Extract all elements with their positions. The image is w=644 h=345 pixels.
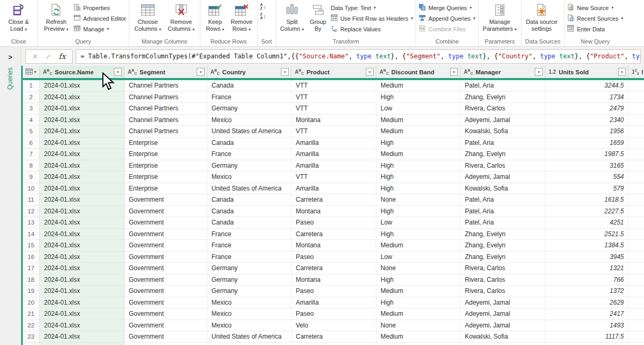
table-cell[interactable]: 2024-01.xlsx (40, 103, 125, 115)
manage-parameters-button[interactable]: Manage Parameters ▾ (481, 2, 518, 32)
table-cell[interactable]: 2024-01.xlsx (40, 217, 125, 229)
table-cell[interactable]: Government (125, 308, 207, 320)
table-cell[interactable] (629, 240, 644, 252)
table-cell[interactable]: High (376, 343, 461, 345)
row-number[interactable]: 21 (23, 308, 40, 320)
table-cell[interactable]: 2024-01.xlsx (40, 80, 125, 92)
enter-data-button[interactable]: Enter Data (567, 24, 623, 33)
table-cell[interactable]: Amarilla (292, 160, 376, 172)
row-number[interactable]: 1 (23, 80, 40, 92)
row-number[interactable]: 15 (23, 240, 40, 252)
table-cell[interactable]: 1321 (545, 263, 629, 274)
table-cell[interactable]: Paseo (292, 286, 376, 297)
table-cell[interactable]: Canada (207, 217, 292, 229)
table-cell[interactable]: Zhang, Evelyn (461, 92, 545, 104)
filter-button[interactable]: ▾ (197, 68, 205, 76)
table-cell[interactable]: 766 (545, 274, 629, 286)
formula-input[interactable]: = Table.TransformColumnTypes(#"Expanded … (76, 49, 641, 64)
table-cell[interactable]: 2024-01.xlsx (40, 160, 125, 172)
table-cell[interactable]: Paseo (292, 217, 376, 229)
table-cell[interactable]: 2417 (545, 308, 629, 320)
table-cell[interactable]: 3244.5 (545, 80, 629, 92)
queries-pane-label[interactable]: Queries (7, 67, 14, 90)
table-cell[interactable]: Germany (207, 263, 292, 274)
row-number[interactable]: 18 (23, 274, 40, 286)
table-cell[interactable]: Adeyemi, Jamal (461, 115, 545, 126)
table-cell[interactable]: Medium (376, 331, 461, 343)
row-number[interactable]: 13 (23, 217, 40, 229)
row-number[interactable]: 7 (23, 149, 40, 160)
table-cell[interactable]: High (376, 183, 461, 195)
table-cell[interactable]: Mexico (207, 115, 292, 126)
row-number[interactable]: 12 (23, 206, 40, 218)
table-cell[interactable]: Enterprise (125, 137, 207, 149)
table-cell[interactable] (629, 320, 644, 332)
table-cell[interactable]: Rivera, Carlos (461, 160, 545, 172)
table-cell[interactable]: United States of America (207, 331, 292, 343)
table-cell[interactable]: 2024-01.xlsx (40, 115, 125, 126)
table-cell[interactable]: Government (125, 320, 207, 332)
table-cell[interactable]: Velo (292, 320, 376, 332)
table-cell[interactable] (629, 308, 644, 320)
table-cell[interactable]: High (376, 274, 461, 286)
table-cell[interactable]: 2479 (545, 103, 629, 115)
table-cell[interactable]: Government (125, 217, 207, 229)
table-cell[interactable]: United States of America (207, 183, 292, 195)
new-source-button[interactable]: New Source ▾ (567, 3, 623, 12)
table-cell[interactable]: 2024-01.xlsx (40, 308, 125, 320)
table-cell[interactable]: 3945 (545, 252, 629, 263)
table-cell[interactable]: Zhang, Evelyn (461, 252, 545, 263)
table-cell[interactable]: Channel Partners (125, 103, 207, 115)
table-cell[interactable]: Patel, Aria (461, 206, 545, 218)
table-cell[interactable]: Kowalski, Sofia (461, 343, 545, 345)
table-cell[interactable]: VTT (292, 171, 376, 183)
table-cell[interactable]: Government (125, 331, 207, 343)
sort-descending-button[interactable]: ZA ↓ (260, 12, 266, 20)
table-cell[interactable] (629, 343, 644, 345)
table-cell[interactable]: Carretera (292, 331, 376, 343)
table-cell[interactable] (629, 171, 644, 183)
table-cell[interactable]: Germany (207, 274, 292, 286)
table-cell[interactable]: Adeyemi, Jamal (461, 171, 545, 183)
manage-button[interactable]: Manage ▾ (74, 24, 126, 33)
table-cell[interactable]: 1956 (545, 126, 629, 137)
table-cell[interactable]: 2024-01.xlsx (40, 240, 125, 252)
row-number[interactable]: 10 (23, 183, 40, 195)
table-cell[interactable]: Canada (207, 80, 292, 92)
table-cell[interactable]: 2024-01.xlsx (40, 229, 125, 240)
row-number[interactable]: 17 (23, 263, 40, 274)
table-cell[interactable]: Amarilla (292, 137, 376, 149)
row-number[interactable]: 3 (23, 103, 40, 115)
table-cell[interactable]: 1493 (545, 320, 629, 332)
table-cell[interactable]: Montana (292, 206, 376, 218)
table-cell[interactable]: 1618.5 (545, 194, 629, 206)
table-cell[interactable]: High (376, 297, 461, 309)
table-cell[interactable]: 2024-01.xlsx (40, 183, 125, 195)
table-cell[interactable]: 2024-01.xlsx (40, 297, 125, 309)
row-number[interactable]: 5 (23, 126, 40, 137)
table-cell[interactable] (629, 103, 644, 115)
table-cell[interactable]: Germany (207, 160, 292, 172)
table-cell[interactable]: Amarilla (292, 297, 376, 309)
table-cell[interactable] (629, 194, 644, 206)
table-cell[interactable]: 1659 (545, 137, 629, 149)
table-cell[interactable] (629, 149, 644, 160)
table-cell[interactable]: Channel Partners (125, 92, 207, 104)
table-cell[interactable]: 1987.5 (545, 149, 629, 160)
column-header[interactable]: ABCManager▾ (461, 66, 545, 78)
filter-button[interactable]: ▾ (450, 68, 458, 76)
table-cell[interactable]: Channel Partners (125, 126, 207, 137)
table-cell[interactable]: None (376, 263, 461, 274)
table-cell[interactable]: 2340 (545, 115, 629, 126)
table-cell[interactable]: Low (376, 252, 461, 263)
table-cell[interactable] (629, 252, 644, 263)
table-cell[interactable]: Government (125, 286, 207, 297)
table-cell[interactable]: High (376, 206, 461, 218)
column-header[interactable]: ABCCountry▾ (207, 66, 292, 78)
table-cell[interactable]: Rivera, Carlos (461, 103, 545, 115)
table-cell[interactable]: Medium (376, 126, 461, 137)
table-cell[interactable] (629, 126, 644, 137)
cancel-icon[interactable]: ✕ (32, 53, 38, 61)
table-cell[interactable]: Enterprise (125, 149, 207, 160)
column-header[interactable]: ABCSegment▾ (125, 66, 207, 78)
